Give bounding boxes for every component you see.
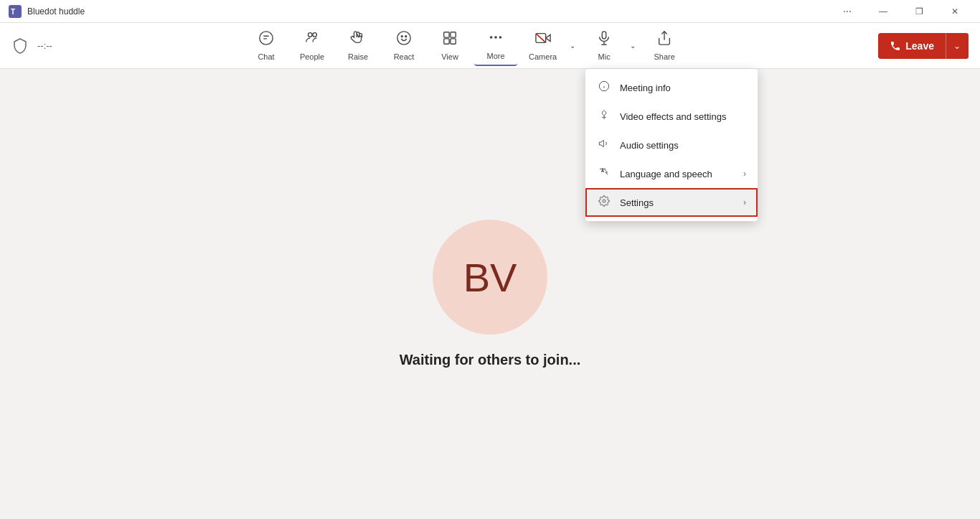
- raise-label: Raise: [348, 52, 368, 61]
- settings-left: Settings: [597, 195, 654, 210]
- chat-button[interactable]: Chat: [245, 26, 288, 65]
- react-button[interactable]: React: [382, 26, 425, 65]
- raise-icon: [350, 30, 366, 50]
- view-icon: [442, 30, 458, 50]
- timer-display: --:--: [37, 40, 52, 51]
- main-content: BV Waiting for others to join...: [0, 69, 980, 519]
- more-label: More: [487, 52, 505, 60]
- leave-button-group: Leave ⌄: [878, 33, 969, 59]
- settings-icon: [597, 195, 611, 210]
- audio-settings-left: Audio settings: [597, 138, 679, 152]
- svg-rect-8: [444, 32, 449, 37]
- svg-text:T: T: [11, 8, 15, 16]
- minimize-button[interactable]: —: [867, 0, 900, 23]
- react-label: React: [394, 52, 415, 61]
- svg-point-13: [494, 36, 497, 39]
- svg-rect-11: [451, 39, 456, 44]
- audio-settings-label: Audio settings: [620, 140, 679, 151]
- svg-line-16: [536, 34, 546, 43]
- raise-button[interactable]: Raise: [336, 26, 380, 65]
- mic-icon: [596, 30, 612, 50]
- svg-rect-17: [602, 32, 606, 39]
- teams-logo-icon: T: [9, 5, 22, 18]
- people-label: People: [300, 52, 324, 61]
- mic-group: Mic ⌄: [583, 26, 640, 65]
- language-speech-label: Language and speech: [620, 169, 712, 179]
- maximize-button[interactable]: ❐: [903, 0, 936, 23]
- settings-item[interactable]: Settings ›: [585, 188, 758, 217]
- waiting-text: Waiting for others to join...: [400, 352, 581, 368]
- language-speech-item[interactable]: Language and speech ›: [585, 159, 758, 188]
- view-button[interactable]: View: [428, 26, 471, 65]
- share-label: Share: [654, 52, 674, 61]
- share-button[interactable]: Share: [643, 26, 686, 65]
- svg-point-6: [401, 36, 402, 37]
- svg-rect-9: [451, 32, 456, 37]
- audio-settings-icon: [597, 138, 611, 152]
- leave-dropdown-button[interactable]: ⌄: [946, 33, 969, 59]
- react-icon: [396, 30, 412, 50]
- avatar: BV: [433, 220, 547, 335]
- meeting-info-label: Meeting info: [620, 83, 671, 93]
- title-bar-controls: ⋯ — ❐ ✕: [831, 0, 971, 23]
- camera-label: Camera: [529, 52, 557, 61]
- app-title: Bluedot huddle: [27, 6, 85, 17]
- audio-settings-item[interactable]: Audio settings: [585, 131, 758, 159]
- toolbar-right: Leave ⌄: [878, 33, 969, 59]
- svg-rect-10: [444, 39, 449, 44]
- svg-point-7: [405, 36, 407, 37]
- people-button[interactable]: People: [291, 26, 334, 65]
- svg-point-25: [603, 200, 606, 202]
- camera-icon: [535, 30, 551, 50]
- settings-label: Settings: [620, 197, 654, 208]
- share-icon: [656, 30, 672, 50]
- title-bar-left: T Bluedot huddle: [9, 5, 85, 18]
- title-bar: T Bluedot huddle ⋯ — ❐ ✕: [0, 0, 980, 23]
- toolbar: --:-- Chat People: [0, 23, 980, 69]
- camera-dropdown-arrow[interactable]: ⌄: [565, 32, 580, 60]
- avatar-initials: BV: [463, 254, 517, 301]
- svg-point-5: [397, 32, 410, 45]
- toolbar-left: --:--: [11, 37, 52, 55]
- more-button[interactable]: More: [474, 25, 517, 66]
- language-icon: [597, 167, 611, 181]
- meeting-info-left: Meeting info: [597, 80, 671, 95]
- svg-point-4: [313, 33, 317, 37]
- meeting-info-item[interactable]: Meeting info: [585, 73, 758, 102]
- language-speech-left: Language and speech: [597, 167, 712, 181]
- toolbar-center: Chat People Raise: [245, 25, 686, 66]
- camera-group: Camera ⌄: [520, 26, 580, 65]
- svg-point-12: [490, 36, 493, 39]
- svg-point-14: [499, 36, 502, 39]
- svg-point-3: [308, 33, 313, 37]
- more-options-button[interactable]: ⋯: [831, 0, 864, 23]
- leave-label: Leave: [905, 40, 934, 52]
- more-dropdown-menu: Meeting info Video effects and settings: [585, 69, 758, 221]
- more-icon: [488, 29, 504, 49]
- mic-button[interactable]: Mic: [583, 26, 626, 65]
- svg-marker-24: [599, 140, 603, 146]
- leave-phone-icon: [890, 40, 901, 52]
- camera-button[interactable]: Camera: [520, 26, 565, 65]
- settings-chevron-icon: ›: [743, 197, 746, 207]
- shield-icon: [11, 37, 29, 55]
- video-effects-label: Video effects and settings: [620, 111, 726, 122]
- mic-dropdown-arrow[interactable]: ⌄: [626, 32, 640, 60]
- leave-main-button[interactable]: Leave: [878, 34, 946, 57]
- mic-label: Mic: [598, 52, 611, 61]
- info-icon: [597, 80, 611, 95]
- chat-icon: [258, 30, 274, 50]
- language-speech-chevron-icon: ›: [743, 169, 746, 179]
- close-button[interactable]: ✕: [938, 0, 971, 23]
- video-effects-icon: [597, 109, 611, 123]
- svg-point-2: [260, 32, 273, 45]
- video-effects-left: Video effects and settings: [597, 109, 726, 123]
- view-label: View: [441, 52, 458, 61]
- people-icon: [304, 30, 320, 50]
- chat-label: Chat: [258, 52, 274, 61]
- video-effects-item[interactable]: Video effects and settings: [585, 102, 758, 131]
